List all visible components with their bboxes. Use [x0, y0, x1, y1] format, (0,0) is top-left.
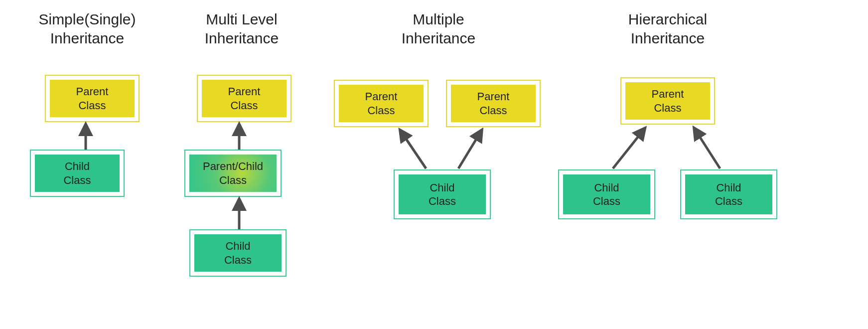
multilevel-parentchild-label: Parent/Child Class [189, 155, 277, 192]
multiple-child-node: Child Class [394, 169, 491, 219]
title-hierarchical: Hierarchical Inheritance [593, 10, 742, 47]
arrow-multiple-left [401, 132, 426, 168]
hierarchical-child-a-label: Child Class [563, 174, 650, 214]
multilevel-parent-node: Parent Class [197, 75, 291, 122]
multiple-parent-a-node: Parent Class [334, 80, 429, 127]
arrow-hierarchical-left [613, 130, 644, 168]
hierarchical-child-a-node: Child Class [558, 169, 655, 219]
hierarchical-child-b-label: Child Class [685, 174, 772, 214]
multiple-parent-b-node: Parent Class [446, 80, 541, 127]
hierarchical-parent-label: Parent Class [625, 82, 710, 120]
multilevel-child-node: Child Class [189, 229, 287, 277]
title-multilevel: Multi Level Inheritance [172, 10, 311, 47]
single-child-node: Child Class [30, 150, 125, 197]
hierarchical-parent-node: Parent Class [620, 77, 715, 125]
arrow-hierarchical-right [695, 130, 720, 168]
multilevel-parent-label: Parent Class [202, 80, 287, 117]
multilevel-parentchild-node: Parent/Child Class [184, 150, 282, 197]
multiple-parent-b-label: Parent Class [451, 85, 536, 122]
multiple-child-label: Child Class [399, 174, 486, 214]
single-parent-node: Parent Class [45, 75, 140, 122]
single-parent-label: Parent Class [50, 80, 135, 117]
title-multiple: Multiple Inheritance [369, 10, 508, 47]
title-single: Simple(Single) Inheritance [20, 10, 154, 47]
diagram-canvas: Simple(Single) Inheritance Multi Level I… [0, 0, 868, 329]
multiple-parent-a-label: Parent Class [339, 85, 424, 122]
single-child-label: Child Class [35, 155, 120, 192]
arrow-multiple-right [458, 132, 481, 168]
multilevel-child-label: Child Class [194, 234, 282, 272]
arrows-layer [0, 0, 868, 329]
hierarchical-child-b-node: Child Class [680, 169, 777, 219]
